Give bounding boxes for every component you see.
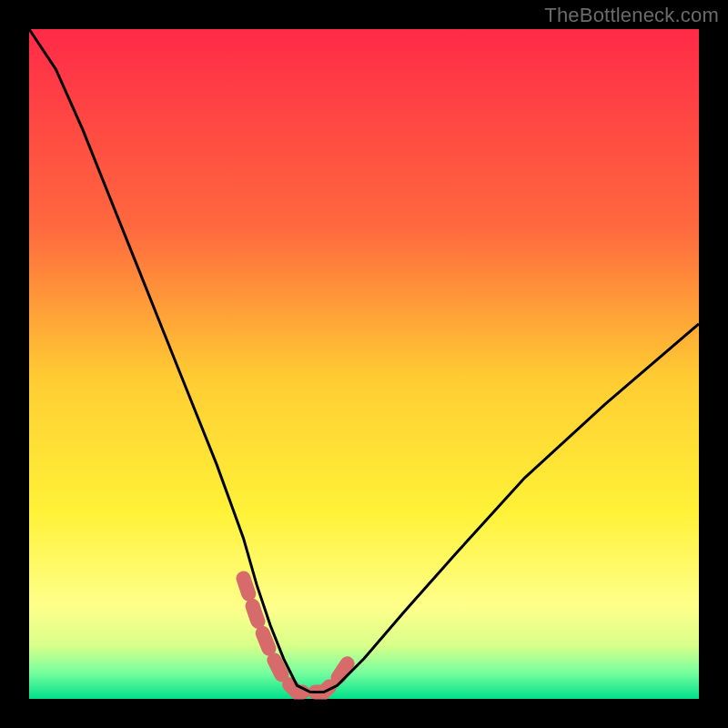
bottleneck-chart [0,0,728,728]
chart-frame: TheBottleneck.com [0,0,728,728]
plot-background [29,29,699,699]
watermark-label: TheBottleneck.com [544,4,719,27]
